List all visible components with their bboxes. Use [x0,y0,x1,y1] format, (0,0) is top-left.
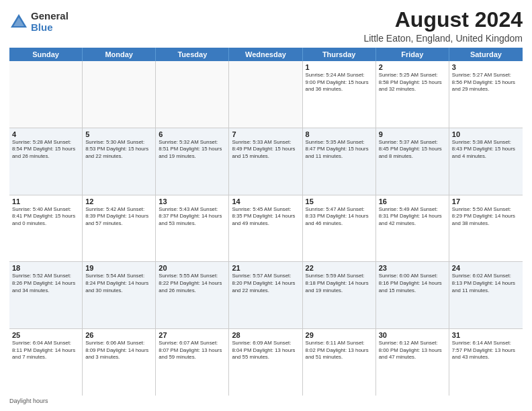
day-number: 24 [452,264,520,272]
calendar-cell: 3Sunrise: 5:27 AM Sunset: 8:56 PM Daylig… [449,61,523,128]
cell-info: Sunrise: 5:37 AM Sunset: 8:45 PM Dayligh… [379,139,446,161]
calendar-cell: 10Sunrise: 5:38 AM Sunset: 8:43 PM Dayli… [449,128,523,195]
cell-info: Sunrise: 5:57 AM Sunset: 8:20 PM Dayligh… [232,273,299,294]
day-number: 29 [306,331,373,339]
cell-info: Sunrise: 5:43 AM Sunset: 8:37 PM Dayligh… [159,206,226,228]
logo-general: General [31,11,69,22]
calendar-header-cell: Friday [376,48,449,61]
cell-info: Sunrise: 5:47 AM Sunset: 8:33 PM Dayligh… [306,206,373,228]
cell-info: Sunrise: 5:50 AM Sunset: 8:29 PM Dayligh… [452,206,520,228]
day-number: 11 [12,197,79,205]
calendar-week-row: 11Sunrise: 5:40 AM Sunset: 8:41 PM Dayli… [9,195,523,263]
calendar-cell: 13Sunrise: 5:43 AM Sunset: 8:37 PM Dayli… [156,195,229,262]
day-number: 15 [306,197,373,205]
cell-info: Sunrise: 5:30 AM Sunset: 8:53 PM Dayligh… [85,139,152,161]
cell-info: Sunrise: 6:14 AM Sunset: 7:57 PM Dayligh… [452,340,520,361]
cell-info: Sunrise: 5:28 AM Sunset: 8:54 PM Dayligh… [12,139,79,161]
calendar-cell: 1Sunrise: 5:24 AM Sunset: 9:00 PM Daylig… [303,61,376,128]
calendar-cell: 7Sunrise: 5:33 AM Sunset: 8:49 PM Daylig… [229,128,302,195]
calendar-header-cell: Tuesday [156,48,229,61]
calendar-body: 1Sunrise: 5:24 AM Sunset: 9:00 PM Daylig… [9,61,523,396]
page: General Blue August 2024 Little Eaton, E… [0,0,532,411]
day-number: 8 [306,130,373,138]
cell-info: Sunrise: 5:52 AM Sunset: 8:26 PM Dayligh… [12,273,79,294]
calendar-cell: 27Sunrise: 6:07 AM Sunset: 8:07 PM Dayli… [156,329,229,396]
cell-info: Sunrise: 5:54 AM Sunset: 8:24 PM Dayligh… [85,273,152,294]
day-number: 9 [379,130,446,138]
calendar-header: SundayMondayTuesdayWednesdayThursdayFrid… [9,48,523,61]
calendar-week-row: 18Sunrise: 5:52 AM Sunset: 8:26 PM Dayli… [9,262,523,329]
day-number: 19 [85,264,152,272]
header: General Blue August 2024 Little Eaton, E… [9,8,523,44]
day-number: 27 [159,331,226,339]
cell-info: Sunrise: 6:11 AM Sunset: 8:02 PM Dayligh… [306,340,373,361]
day-number: 5 [85,130,152,138]
calendar-cell: 11Sunrise: 5:40 AM Sunset: 8:41 PM Dayli… [9,195,83,262]
calendar-cell [229,61,302,128]
day-number: 13 [159,197,226,205]
calendar-cell: 5Sunrise: 5:30 AM Sunset: 8:53 PM Daylig… [83,128,156,195]
calendar-header-cell: Wednesday [229,48,302,61]
calendar-cell: 6Sunrise: 5:32 AM Sunset: 8:51 PM Daylig… [156,128,229,195]
cell-info: Sunrise: 5:33 AM Sunset: 8:49 PM Dayligh… [232,139,299,161]
day-number: 16 [379,197,446,205]
day-number: 14 [232,197,299,205]
day-number: 2 [379,63,446,71]
cell-info: Sunrise: 6:06 AM Sunset: 8:09 PM Dayligh… [85,340,152,361]
cell-info: Sunrise: 5:25 AM Sunset: 8:58 PM Dayligh… [379,72,446,93]
day-number: 6 [159,130,226,138]
calendar-cell: 31Sunrise: 6:14 AM Sunset: 7:57 PM Dayli… [449,329,523,396]
calendar-cell: 19Sunrise: 5:54 AM Sunset: 8:24 PM Dayli… [83,262,156,328]
day-number: 18 [12,264,79,272]
cell-info: Sunrise: 5:40 AM Sunset: 8:41 PM Dayligh… [12,206,79,228]
calendar-cell: 16Sunrise: 5:49 AM Sunset: 8:31 PM Dayli… [376,195,449,262]
calendar-cell: 30Sunrise: 6:12 AM Sunset: 8:00 PM Dayli… [376,329,449,396]
calendar-header-cell: Monday [83,48,156,61]
day-number: 1 [306,63,373,71]
calendar-cell: 20Sunrise: 5:55 AM Sunset: 8:22 PM Dayli… [156,262,229,328]
day-number: 23 [379,264,446,272]
day-number: 21 [232,264,299,272]
calendar-cell: 15Sunrise: 5:47 AM Sunset: 8:33 PM Dayli… [303,195,376,262]
cell-info: Sunrise: 5:45 AM Sunset: 8:35 PM Dayligh… [232,206,299,228]
logo-blue: Blue [31,22,69,34]
cell-info: Sunrise: 6:09 AM Sunset: 8:04 PM Dayligh… [232,340,299,361]
calendar-week-row: 4Sunrise: 5:28 AM Sunset: 8:54 PM Daylig… [9,128,523,195]
calendar-week-row: 1Sunrise: 5:24 AM Sunset: 9:00 PM Daylig… [9,61,523,128]
calendar: SundayMondayTuesdayWednesdayThursdayFrid… [9,48,523,396]
calendar-cell: 29Sunrise: 6:11 AM Sunset: 8:02 PM Dayli… [303,329,376,396]
calendar-cell: 25Sunrise: 6:04 AM Sunset: 8:11 PM Dayli… [9,329,83,396]
calendar-cell: 4Sunrise: 5:28 AM Sunset: 8:54 PM Daylig… [9,128,83,195]
day-number: 7 [232,130,299,138]
day-number: 31 [452,331,520,339]
calendar-cell: 26Sunrise: 6:06 AM Sunset: 8:09 PM Dayli… [83,329,156,396]
day-number: 17 [452,197,520,205]
logo-icon [9,13,28,32]
cell-info: Sunrise: 6:00 AM Sunset: 8:16 PM Dayligh… [379,273,446,294]
calendar-cell: 22Sunrise: 5:59 AM Sunset: 8:18 PM Dayli… [303,262,376,328]
cell-info: Sunrise: 6:12 AM Sunset: 8:00 PM Dayligh… [379,340,446,361]
calendar-cell: 18Sunrise: 5:52 AM Sunset: 8:26 PM Dayli… [9,262,83,328]
calendar-cell: 17Sunrise: 5:50 AM Sunset: 8:29 PM Dayli… [449,195,523,262]
calendar-header-cell: Sunday [9,48,83,61]
cell-info: Sunrise: 6:02 AM Sunset: 8:13 PM Dayligh… [452,273,520,294]
day-number: 10 [452,130,520,138]
calendar-cell: 23Sunrise: 6:00 AM Sunset: 8:16 PM Dayli… [376,262,449,328]
title-block: August 2024 Little Eaton, England, Unite… [363,8,523,44]
logo: General Blue [9,11,69,33]
calendar-cell: 12Sunrise: 5:42 AM Sunset: 8:39 PM Dayli… [83,195,156,262]
cell-info: Sunrise: 5:27 AM Sunset: 8:56 PM Dayligh… [452,72,520,93]
calendar-cell: 2Sunrise: 5:25 AM Sunset: 8:58 PM Daylig… [376,61,449,128]
calendar-cell: 24Sunrise: 6:02 AM Sunset: 8:13 PM Dayli… [449,262,523,328]
day-number: 22 [306,264,373,272]
cell-info: Sunrise: 5:35 AM Sunset: 8:47 PM Dayligh… [306,139,373,161]
day-number: 30 [379,331,446,339]
day-number: 26 [85,331,152,339]
day-number: 28 [232,331,299,339]
day-number: 12 [85,197,152,205]
calendar-cell [9,61,83,128]
cell-info: Sunrise: 6:04 AM Sunset: 8:11 PM Dayligh… [12,340,79,361]
day-number: 3 [452,63,520,71]
calendar-header-cell: Thursday [303,48,376,61]
day-number: 4 [12,130,79,138]
